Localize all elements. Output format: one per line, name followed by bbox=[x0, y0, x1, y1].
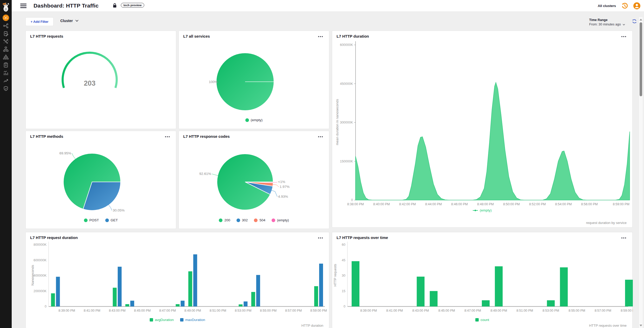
panel-menu-icon[interactable] bbox=[318, 35, 325, 38]
sidebar-item-security[interactable] bbox=[0, 85, 12, 92]
legend-label: (empty) bbox=[251, 118, 263, 122]
pie-chart: 92.61%4.93%1.97%<1% bbox=[179, 131, 330, 229]
panel-l7-http-duration: L7 HTTP duration 600000K450000K300000K15… bbox=[332, 31, 633, 228]
panel-title: L7 HTTP response codes bbox=[183, 134, 230, 139]
bar-maxDuration bbox=[181, 301, 185, 306]
legend-marker bbox=[105, 218, 109, 222]
chart-legend: POSTGET bbox=[26, 218, 176, 222]
legend-item[interactable]: (empty) bbox=[245, 118, 263, 122]
scrollbar-thumb[interactable] bbox=[640, 22, 642, 96]
legend-marker bbox=[475, 318, 479, 322]
scrollbar-down-arrow-icon[interactable] bbox=[640, 325, 642, 326]
legend-item[interactable]: maxDuration bbox=[180, 318, 205, 322]
sidebar bbox=[0, 0, 12, 328]
pie-percentage-label: 69.95% bbox=[59, 151, 71, 155]
panel-menu-icon[interactable] bbox=[621, 236, 628, 240]
time-range-control[interactable]: Time Range From: 30 minutes ago bbox=[589, 18, 625, 26]
y-axis-label: mean duration in nanoseconds bbox=[335, 96, 339, 148]
scrollbar-up-arrow-icon[interactable] bbox=[640, 19, 642, 20]
legend-item[interactable]: GET bbox=[105, 218, 118, 222]
panel-menu-icon[interactable] bbox=[165, 135, 172, 138]
svg-text:8:59:00 PM: 8:59:00 PM bbox=[310, 309, 327, 312]
panel-menu-icon[interactable] bbox=[318, 135, 325, 138]
legend-item[interactable]: 302 bbox=[236, 218, 248, 222]
bar-avgDuration bbox=[125, 304, 129, 306]
isovalent-cat-logo[interactable] bbox=[2, 2, 10, 12]
gauge-value: 203 bbox=[84, 79, 95, 87]
molecule-icon bbox=[3, 39, 9, 44]
panel-l7-http-request-duration: L7 HTTP request duration 800000K600000K4… bbox=[25, 232, 329, 328]
svg-text:8:53:00 PM: 8:53:00 PM bbox=[543, 309, 559, 312]
user-avatar-icon[interactable] bbox=[633, 2, 640, 9]
sidebar-item-network-topology[interactable] bbox=[0, 45, 12, 53]
svg-text:8:42:00 PM: 8:42:00 PM bbox=[399, 202, 416, 206]
history-icon[interactable] bbox=[621, 2, 628, 9]
legend-item[interactable]: avgDuration bbox=[150, 318, 174, 322]
svg-text:8:49:00 PM: 8:49:00 PM bbox=[185, 309, 201, 312]
sidebar-item-metrics[interactable] bbox=[0, 69, 12, 77]
refresh-icon[interactable] bbox=[632, 19, 637, 24]
cluster-icon bbox=[3, 54, 9, 60]
svg-text:8:41:00 PM: 8:41:00 PM bbox=[84, 309, 100, 312]
chart-legend: (empty) bbox=[332, 208, 632, 212]
bar-avgDuration bbox=[239, 304, 242, 306]
bar-maxDuration bbox=[244, 302, 247, 306]
hamburger-menu-icon[interactable] bbox=[20, 4, 27, 8]
panel-menu-icon[interactable] bbox=[318, 236, 325, 240]
legend-item[interactable]: (empty) bbox=[272, 218, 289, 222]
sidebar-item-connections[interactable] bbox=[0, 37, 12, 45]
panel-title: L7 HTTP request duration bbox=[30, 235, 78, 240]
svg-text:8:54:00 PM: 8:54:00 PM bbox=[555, 202, 572, 206]
legend-item[interactable]: 200 bbox=[219, 218, 230, 222]
bar-metrics-icon bbox=[3, 70, 9, 76]
tech-preview-badge: tech preview bbox=[121, 3, 144, 8]
legend-marker bbox=[236, 218, 240, 222]
bar-count bbox=[560, 267, 568, 306]
sidebar-item-flow-logs[interactable] bbox=[0, 30, 12, 37]
vertical-scrollbar[interactable] bbox=[639, 17, 643, 328]
svg-text:8:40:00 PM: 8:40:00 PM bbox=[373, 202, 390, 206]
svg-text:30: 30 bbox=[342, 274, 345, 277]
svg-text:8:47:00 PM: 8:47:00 PM bbox=[159, 309, 176, 312]
add-filter-button[interactable]: + Add Filter bbox=[25, 17, 54, 26]
pie-chart: 69.95%30.05% bbox=[26, 131, 176, 229]
cluster-scope-label[interactable]: All clusters bbox=[598, 4, 616, 8]
sidebar-item-service-map[interactable] bbox=[0, 22, 12, 30]
time-range-value[interactable]: From: 30 minutes ago bbox=[589, 23, 625, 26]
panel-title: L7 HTTP methods bbox=[30, 134, 63, 139]
area-chart: 600000K450000K300000K150000K08:38:00 PM8… bbox=[332, 31, 633, 228]
bar-maxDuration bbox=[256, 275, 260, 306]
legend-marker bbox=[150, 318, 153, 322]
sidebar-item-policies[interactable] bbox=[0, 61, 12, 69]
panel-l7-all-services: L7 all services 100% (empty) bbox=[179, 31, 329, 129]
chevron-down-icon bbox=[75, 20, 78, 22]
time-range-label: Time Range bbox=[589, 18, 625, 22]
sidebar-item-clusters[interactable] bbox=[0, 53, 12, 61]
legend-label: 302 bbox=[242, 218, 248, 222]
legend-marker bbox=[180, 318, 183, 322]
legend-item[interactable]: 504 bbox=[254, 218, 265, 222]
bar-avgDuration bbox=[176, 304, 180, 306]
legend-marker bbox=[254, 218, 258, 222]
pie-chart: 100% bbox=[179, 31, 330, 129]
sidebar-item-trends[interactable] bbox=[0, 77, 12, 85]
svg-text:8:55:00 PM: 8:55:00 PM bbox=[260, 309, 277, 312]
svg-text:8:59:00 PM: 8:59:00 PM bbox=[621, 309, 633, 312]
legend-label: (empty) bbox=[480, 208, 492, 212]
topology-icon bbox=[3, 23, 9, 29]
bar-count bbox=[430, 291, 438, 307]
legend-item[interactable]: (empty) bbox=[473, 208, 492, 212]
bar-count bbox=[547, 300, 555, 306]
sidebar-item-dashboards[interactable] bbox=[0, 14, 12, 22]
area-series bbox=[356, 83, 630, 200]
cluster-dropdown[interactable]: Cluster bbox=[60, 19, 78, 23]
sitemap-icon bbox=[3, 46, 9, 52]
legend-item[interactable]: count bbox=[475, 318, 489, 322]
chart-caption: HTTP requests over time bbox=[589, 324, 627, 327]
document-edit-icon bbox=[3, 31, 9, 36]
chevron-down-icon bbox=[623, 24, 625, 25]
panel-menu-icon[interactable] bbox=[621, 35, 628, 38]
legend-item[interactable]: POST bbox=[84, 218, 99, 222]
bar-count bbox=[417, 277, 425, 306]
legend-label: 504 bbox=[259, 218, 265, 222]
